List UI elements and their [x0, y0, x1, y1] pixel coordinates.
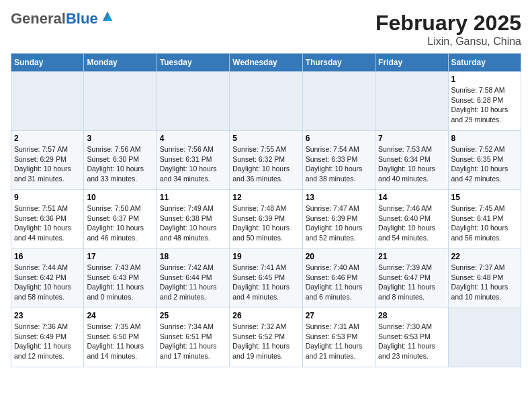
calendar-cell: 17Sunrise: 7:43 AM Sunset: 6:43 PM Dayli… — [84, 249, 157, 308]
day-number: 7 — [378, 134, 445, 143]
calendar-cell — [11, 72, 84, 131]
logo-general: General — [11, 10, 66, 27]
day-number: 22 — [451, 252, 518, 261]
day-info: Sunrise: 7:56 AM Sunset: 6:31 PM Dayligh… — [160, 144, 226, 184]
calendar-cell: 4Sunrise: 7:56 AM Sunset: 6:31 PM Daylig… — [157, 131, 229, 190]
calendar-cell: 7Sunrise: 7:53 AM Sunset: 6:34 PM Daylig… — [375, 131, 448, 190]
calendar-cell — [84, 72, 157, 131]
day-info: Sunrise: 7:32 AM Sunset: 6:52 PM Dayligh… — [232, 322, 299, 361]
day-number: 15 — [451, 193, 518, 202]
calendar-header-row: SundayMondayTuesdayWednesdayThursdayFrid… — [11, 54, 521, 72]
calendar-cell: 13Sunrise: 7:47 AM Sunset: 6:39 PM Dayli… — [302, 190, 375, 249]
calendar-cell: 2Sunrise: 7:57 AM Sunset: 6:29 PM Daylig… — [11, 131, 84, 190]
day-number: 25 — [160, 311, 226, 320]
calendar-cell — [375, 72, 448, 131]
calendar-day-header: Monday — [84, 54, 157, 72]
day-number: 16 — [14, 252, 81, 261]
day-info: Sunrise: 7:31 AM Sunset: 6:53 PM Dayligh… — [306, 322, 372, 361]
calendar-day-header: Wednesday — [230, 54, 302, 72]
day-info: Sunrise: 7:45 AM Sunset: 6:41 PM Dayligh… — [451, 203, 518, 243]
day-number: 8 — [451, 134, 518, 143]
calendar-cell: 11Sunrise: 7:49 AM Sunset: 6:38 PM Dayli… — [157, 190, 229, 249]
day-info: Sunrise: 7:37 AM Sunset: 6:48 PM Dayligh… — [451, 263, 518, 302]
day-number: 1 — [451, 75, 518, 84]
day-number: 9 — [14, 193, 81, 202]
calendar-cell: 5Sunrise: 7:55 AM Sunset: 6:32 PM Daylig… — [230, 131, 302, 190]
calendar-cell: 21Sunrise: 7:39 AM Sunset: 6:47 PM Dayli… — [375, 249, 448, 308]
day-number: 20 — [306, 252, 372, 261]
calendar-cell: 24Sunrise: 7:35 AM Sunset: 6:50 PM Dayli… — [84, 308, 157, 367]
day-number: 6 — [306, 134, 372, 143]
day-info: Sunrise: 7:50 AM Sunset: 6:37 PM Dayligh… — [87, 203, 153, 243]
day-info: Sunrise: 7:54 AM Sunset: 6:33 PM Dayligh… — [306, 144, 372, 184]
title-block: February 2025 Lixin, Gansu, China — [375, 11, 521, 48]
day-info: Sunrise: 7:30 AM Sunset: 6:53 PM Dayligh… — [378, 322, 445, 361]
calendar-cell: 18Sunrise: 7:42 AM Sunset: 6:44 PM Dayli… — [157, 249, 229, 308]
day-number: 12 — [232, 193, 299, 202]
day-info: Sunrise: 7:46 AM Sunset: 6:40 PM Dayligh… — [378, 203, 445, 243]
calendar-week-row: 2Sunrise: 7:57 AM Sunset: 6:29 PM Daylig… — [11, 131, 521, 190]
day-number: 18 — [160, 252, 226, 261]
day-info: Sunrise: 7:42 AM Sunset: 6:44 PM Dayligh… — [160, 263, 226, 302]
day-number: 5 — [232, 134, 299, 143]
calendar-day-header: Friday — [375, 54, 448, 72]
day-number: 21 — [378, 252, 445, 261]
calendar-day-header: Thursday — [302, 54, 375, 72]
calendar-cell: 23Sunrise: 7:36 AM Sunset: 6:49 PM Dayli… — [11, 308, 84, 367]
calendar-cell: 15Sunrise: 7:45 AM Sunset: 6:41 PM Dayli… — [448, 190, 521, 249]
calendar-cell: 20Sunrise: 7:40 AM Sunset: 6:46 PM Dayli… — [302, 249, 375, 308]
calendar-cell: 10Sunrise: 7:50 AM Sunset: 6:37 PM Dayli… — [84, 190, 157, 249]
calendar-cell: 12Sunrise: 7:48 AM Sunset: 6:39 PM Dayli… — [230, 190, 302, 249]
day-info: Sunrise: 7:58 AM Sunset: 6:28 PM Dayligh… — [451, 85, 518, 125]
day-number: 11 — [160, 193, 226, 202]
calendar-cell: 25Sunrise: 7:34 AM Sunset: 6:51 PM Dayli… — [157, 308, 229, 367]
calendar-week-row: 23Sunrise: 7:36 AM Sunset: 6:49 PM Dayli… — [11, 308, 521, 367]
day-number: 24 — [87, 311, 153, 320]
day-info: Sunrise: 7:53 AM Sunset: 6:34 PM Dayligh… — [378, 144, 445, 184]
day-number: 23 — [14, 311, 81, 320]
day-number: 4 — [160, 134, 226, 143]
calendar-cell: 14Sunrise: 7:46 AM Sunset: 6:40 PM Dayli… — [375, 190, 448, 249]
day-info: Sunrise: 7:47 AM Sunset: 6:39 PM Dayligh… — [306, 203, 372, 243]
day-info: Sunrise: 7:35 AM Sunset: 6:50 PM Dayligh… — [87, 322, 153, 361]
day-info: Sunrise: 7:57 AM Sunset: 6:29 PM Dayligh… — [14, 144, 81, 184]
page-header: GeneralBlue February 2025 Lixin, Gansu, … — [11, 11, 521, 48]
day-info: Sunrise: 7:40 AM Sunset: 6:46 PM Dayligh… — [306, 263, 372, 302]
day-info: Sunrise: 7:41 AM Sunset: 6:45 PM Dayligh… — [232, 263, 299, 302]
day-info: Sunrise: 7:44 AM Sunset: 6:42 PM Dayligh… — [14, 263, 81, 302]
day-number: 17 — [87, 252, 153, 261]
day-number: 13 — [306, 193, 372, 202]
day-number: 3 — [87, 134, 153, 143]
calendar-table: SundayMondayTuesdayWednesdayThursdayFrid… — [11, 53, 521, 367]
calendar-cell — [448, 308, 521, 367]
day-info: Sunrise: 7:48 AM Sunset: 6:39 PM Dayligh… — [232, 203, 299, 243]
calendar-cell — [230, 72, 302, 131]
calendar-cell: 3Sunrise: 7:56 AM Sunset: 6:30 PM Daylig… — [84, 131, 157, 190]
day-number: 26 — [232, 311, 299, 320]
day-info: Sunrise: 7:34 AM Sunset: 6:51 PM Dayligh… — [160, 322, 226, 361]
logo: GeneralBlue — [11, 11, 115, 27]
calendar-body: 1Sunrise: 7:58 AM Sunset: 6:28 PM Daylig… — [11, 72, 521, 367]
day-number: 19 — [232, 252, 299, 261]
calendar-cell: 9Sunrise: 7:51 AM Sunset: 6:36 PM Daylig… — [11, 190, 84, 249]
calendar-cell: 6Sunrise: 7:54 AM Sunset: 6:33 PM Daylig… — [302, 131, 375, 190]
day-number: 10 — [87, 193, 153, 202]
day-info: Sunrise: 7:51 AM Sunset: 6:36 PM Dayligh… — [14, 203, 81, 243]
logo-icon — [100, 9, 115, 24]
day-info: Sunrise: 7:36 AM Sunset: 6:49 PM Dayligh… — [14, 322, 81, 361]
day-number: 27 — [306, 311, 372, 320]
calendar-day-header: Sunday — [11, 54, 84, 72]
logo-blue: Blue — [66, 10, 98, 27]
calendar-cell: 1Sunrise: 7:58 AM Sunset: 6:28 PM Daylig… — [448, 72, 521, 131]
calendar-week-row: 9Sunrise: 7:51 AM Sunset: 6:36 PM Daylig… — [11, 190, 521, 249]
calendar-cell: 27Sunrise: 7:31 AM Sunset: 6:53 PM Dayli… — [302, 308, 375, 367]
calendar-subtitle: Lixin, Gansu, China — [375, 36, 521, 48]
calendar-cell: 22Sunrise: 7:37 AM Sunset: 6:48 PM Dayli… — [448, 249, 521, 308]
calendar-week-row: 1Sunrise: 7:58 AM Sunset: 6:28 PM Daylig… — [11, 72, 521, 131]
calendar-cell — [302, 72, 375, 131]
day-info: Sunrise: 7:43 AM Sunset: 6:43 PM Dayligh… — [87, 263, 153, 302]
day-info: Sunrise: 7:49 AM Sunset: 6:38 PM Dayligh… — [160, 203, 226, 243]
day-number: 2 — [14, 134, 81, 143]
calendar-day-header: Tuesday — [157, 54, 229, 72]
day-number: 28 — [378, 311, 445, 320]
